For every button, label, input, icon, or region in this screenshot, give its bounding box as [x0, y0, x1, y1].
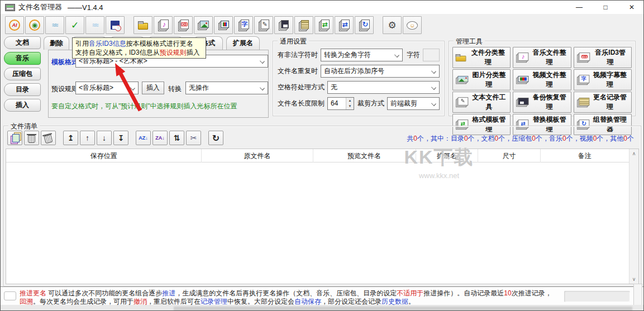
tool-file-classify-button[interactable]: 文件分类整理 [452, 47, 511, 68]
delete-item-button[interactable] [24, 131, 39, 145]
video-icon [518, 76, 528, 82]
watermark-url: www.kkx.net [392, 171, 486, 180]
sidebar-item-music[interactable]: 音乐 [4, 52, 41, 65]
video-toolbar-button[interactable] [214, 16, 233, 34]
management-tools-title: 管理工具 [454, 37, 485, 46]
music-toolbar-button[interactable]: ♪ [154, 16, 173, 34]
scroll-up-icon[interactable]: ∧ [629, 149, 638, 158]
preset-rule-combo[interactable]: <音乐标题> [75, 82, 139, 94]
move-top-button[interactable]: ↥ [63, 131, 78, 145]
sidebar-item-insert[interactable]: 插入 [4, 99, 41, 112]
name-length-value: 64 [331, 99, 338, 107]
id3-toolbar-button[interactable]: ID3 [174, 16, 193, 34]
move-up-icon: ↑ [85, 133, 89, 142]
tool-button-label: 视频字幕整理 [592, 70, 628, 89]
tool-video-organize-button[interactable]: 视频文件整理 [513, 69, 571, 90]
video-icon [221, 21, 229, 28]
column-header-3[interactable]: 预览文件名 [313, 149, 416, 162]
trim-mode-combo[interactable]: 前端裁剪 [387, 97, 440, 110]
undo-run-toolbar-button[interactable]: ≈≈ [85, 16, 104, 34]
save-records-toolbar-button[interactable] [106, 16, 125, 34]
reverse-order-button[interactable]: ⇅ [169, 131, 184, 145]
records-toolbar-button[interactable] [294, 16, 313, 34]
maximize-button[interactable]: □ [593, 1, 618, 14]
delete-item-icon [28, 135, 35, 143]
scroll-down-icon[interactable]: ∨ [629, 275, 638, 284]
convert-value: 无操作 [189, 83, 209, 93]
window-version: ——V1.4.4 [68, 3, 103, 12]
chevron-down-icon [431, 85, 436, 90]
management-tools-group: 管理工具 文件分类整理♪音乐文件整理ID3音乐ID3管理图片分类整理视频文件整理… [449, 41, 636, 116]
sort-za-icon: ZA↓ [155, 135, 165, 141]
tool-music-organize-button[interactable]: ♪音乐文件整理 [513, 47, 571, 68]
name-length-label: 文件名长度限制 [278, 99, 325, 108]
char-input[interactable] [423, 49, 440, 61]
cut-button[interactable]: ✂ [186, 131, 201, 145]
subtitle-toolbar-button[interactable]: 字 [234, 16, 253, 34]
backup-icon [281, 20, 289, 28]
about-toolbar-button[interactable]: ☺ [403, 16, 422, 34]
column-header-4[interactable]: 扩展名 [416, 149, 479, 162]
tab-delete[interactable]: 删除 [44, 36, 69, 50]
group-replace-toolbar-button[interactable]: ↻ [355, 16, 374, 34]
folder-toolbar-button[interactable] [133, 16, 152, 34]
replace-template-toolbar-button[interactable]: ⇄ [335, 16, 354, 34]
table-header-row: 保存位置原文件名预览文件名扩展名尺寸备注 [6, 149, 629, 162]
add-files-button[interactable] [7, 131, 22, 145]
tool-music-id3-button[interactable]: ID3音乐ID3管理 [574, 47, 632, 68]
ai-toolbar-button[interactable]: AI [5, 16, 24, 34]
settings-gear-toolbar-button[interactable]: ⚙ [383, 16, 402, 34]
subtitle-icon: 字 [241, 20, 249, 29]
main-toolbar: AI◉≈≈✓≈≈♪ID3字✎⇄⇄↻⚙☺ [1, 14, 643, 36]
confirm-check-toolbar-button[interactable]: ✓ [65, 16, 84, 34]
sidebar-item-archive[interactable]: 压缩包 [4, 68, 41, 80]
illegal-char-combo[interactable]: 转换为全角字符 [321, 49, 403, 61]
move-bottom-button[interactable]: ↧ [113, 131, 128, 145]
refresh-button[interactable]: ↻ [208, 131, 223, 145]
rename-run-toolbar-button[interactable]: ≈≈ [45, 16, 64, 34]
spinner-arrows-icon[interactable]: ▲▼ [346, 98, 354, 109]
id3-tooltip: 引用音乐ID3信息按本模板格式进行更名 支持自定义格式，ID3信息从预设规则插入 [72, 37, 206, 59]
column-header-1[interactable]: 保存位置 [6, 149, 202, 162]
insert-button[interactable]: 插入 [142, 82, 164, 94]
tool-subtitle-organize-button[interactable]: 字视频字幕整理 [574, 69, 632, 90]
column-header-5[interactable]: 尺寸 [478, 149, 541, 162]
general-settings-title: 通用设置 [278, 37, 309, 46]
tab-extension[interactable]: 扩展名 [226, 36, 260, 50]
cut-icon: ✂ [190, 133, 197, 142]
convert-combo[interactable]: 无操作 [185, 82, 268, 94]
file-count-summary: 共0个，其中：目录0个，文档0个，压缩包0个，音乐0个，视频0个，其他0个 [407, 134, 634, 143]
column-header-6[interactable]: 备注 [541, 149, 629, 162]
rename-run-icon: ≈≈ [52, 21, 57, 29]
column-header-2[interactable]: 原文件名 [202, 149, 313, 162]
duplicate-name-combo[interactable]: 自动在后方添加序号 [321, 65, 440, 78]
textfile-toolbar-button[interactable]: ✎ [254, 16, 273, 34]
move-up-button[interactable]: ↑ [80, 131, 95, 145]
tool-backup-restore-button[interactable]: 备份恢复管理 [513, 92, 571, 113]
preview-eye-toolbar-button[interactable]: ◉ [25, 16, 44, 34]
vertical-scrollbar[interactable]: ∧ ∨ [629, 149, 638, 284]
sidebar-item-directory[interactable]: 目录 [4, 83, 41, 96]
footer-watermark [174, 307, 632, 311]
format-template-toolbar-button[interactable]: ⇄ [314, 16, 333, 34]
tool-image-classify-button[interactable]: 图片分类整理 [452, 69, 511, 90]
sort-az-button[interactable]: AZ↓ [136, 131, 151, 145]
tool-button-label: 音乐文件整理 [532, 48, 567, 67]
image-toolbar-button[interactable] [194, 16, 213, 34]
move-down-button[interactable]: ↓ [97, 131, 112, 145]
preset-rule-value: <音乐标题> [79, 83, 113, 93]
close-button[interactable]: ✕ [619, 1, 644, 14]
tool-rename-records-button[interactable]: 更名记录管理 [574, 92, 632, 113]
minimize-button[interactable]: — [566, 1, 592, 14]
tool-text-tools-button[interactable]: ✎文本文件工具 [452, 92, 511, 113]
replace-template-icon: ⇄ [341, 20, 350, 29]
tooltip-line-2: 支持自定义格式，ID3信息从预设规则插入 [75, 48, 203, 57]
name-length-spinner[interactable]: 64 ▲▼ [327, 97, 354, 110]
clear-list-button[interactable] [41, 131, 56, 145]
space-handling-combo[interactable]: 无 [327, 81, 440, 94]
sort-za-button[interactable]: ZA↓ [152, 131, 168, 145]
app-window: 文件名管理器 ——V1.4.4 — □ ✕ AI◉≈≈✓≈≈♪ID3字✎⇄⇄↻⚙… [0, 0, 644, 311]
backup-toolbar-button[interactable] [274, 16, 293, 34]
sidebar-item-document[interactable]: 文档 [4, 36, 41, 49]
duplicate-name-value: 自动在后方添加序号 [324, 66, 384, 76]
